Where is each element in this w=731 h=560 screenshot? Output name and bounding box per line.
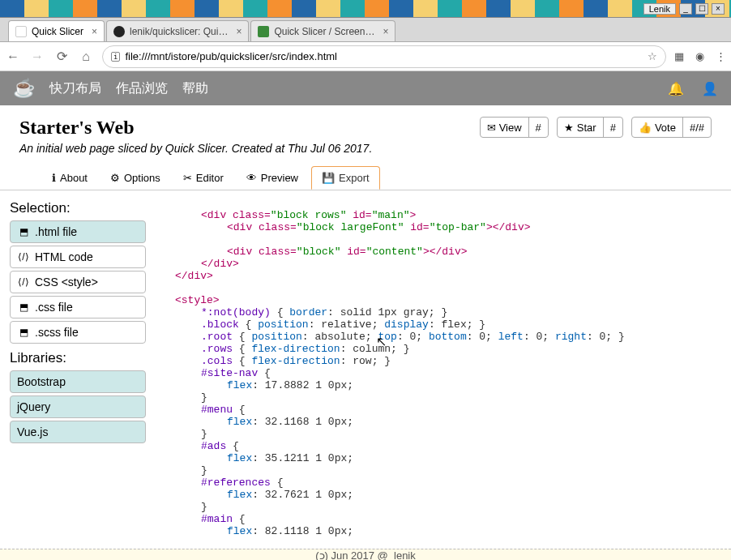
window-minimize-button[interactable]: _ bbox=[679, 3, 692, 15]
forward-button[interactable]: → bbox=[29, 49, 45, 64]
home-button[interactable]: ⌂ bbox=[78, 49, 94, 64]
browser-tabstrip: Quick Slicer × lenik/quickslicer: Qui… ×… bbox=[0, 18, 731, 42]
tab-title: lenik/quickslicer: Qui… bbox=[130, 26, 228, 37]
app-menu: 快刀布局 作品浏览 帮助 bbox=[49, 80, 208, 97]
code-icon: ⟨/⟩ bbox=[17, 276, 30, 288]
export-code-view[interactable]: <div class="block rows" id="main"> <div … bbox=[156, 190, 731, 549]
gear-icon: ⚙ bbox=[110, 172, 120, 184]
back-button[interactable]: ← bbox=[5, 49, 21, 64]
option-html-code[interactable]: ⟨/⟩HTML code bbox=[10, 246, 146, 268]
library-jquery[interactable]: jQuery bbox=[10, 395, 146, 418]
taskbar-app-label: Lenik bbox=[643, 3, 676, 15]
view-badge[interactable]: ✉View # bbox=[480, 117, 549, 138]
github-favicon-icon bbox=[113, 26, 125, 37]
user-profile-icon[interactable]: 👤 bbox=[702, 81, 718, 96]
page-subtitle: An initial web page sliced by Quick Slic… bbox=[19, 142, 372, 155]
css3-icon: ⬒ bbox=[17, 301, 30, 313]
browser-menu-icon[interactable]: ⋮ bbox=[716, 50, 726, 62]
tab-title: Quick Slicer / Screen… bbox=[274, 26, 374, 37]
option-css-style[interactable]: ⟨/⟩CSS <style> bbox=[10, 271, 146, 293]
save-icon: 💾 bbox=[322, 172, 335, 184]
export-sidebar: Selection: ⬒.html file ⟨/⟩HTML code ⟨/⟩C… bbox=[0, 190, 156, 549]
star-badge[interactable]: ★Star # bbox=[557, 117, 623, 138]
window-close-button[interactable]: × bbox=[712, 3, 725, 15]
tab-export[interactable]: 💾Export bbox=[311, 166, 380, 190]
page-title: Starter's Web bbox=[19, 117, 372, 139]
envelope-icon: ✉ bbox=[487, 122, 496, 134]
library-vue[interactable]: Vue.js bbox=[10, 421, 146, 443]
tab-close-icon[interactable]: × bbox=[236, 26, 242, 37]
option-css-file[interactable]: ⬒.css file bbox=[10, 296, 146, 318]
file-scheme-icon: i bbox=[111, 52, 120, 62]
qr-extension-icon[interactable]: ▦ bbox=[674, 50, 684, 62]
bookmark-star-icon[interactable]: ☆ bbox=[648, 50, 657, 62]
menu-help[interactable]: 帮助 bbox=[182, 80, 208, 97]
code-icon: ⟨/⟩ bbox=[17, 251, 30, 263]
info-icon: ℹ bbox=[52, 172, 56, 184]
tab-options[interactable]: ⚙Options bbox=[100, 166, 170, 190]
crop-icon: ✂ bbox=[183, 172, 192, 184]
favicon-icon bbox=[15, 26, 27, 37]
selection-heading: Selection: bbox=[10, 200, 146, 216]
vote-badge[interactable]: 👍Vote #/# bbox=[631, 117, 712, 138]
tab-editor[interactable]: ✂Editor bbox=[173, 166, 233, 190]
sourceforge-favicon-icon bbox=[258, 26, 269, 37]
os-titlebar: Lenik _ ☐ × bbox=[0, 0, 731, 18]
libraries-heading: Libraries: bbox=[10, 350, 146, 366]
tab-about[interactable]: ℹAbout bbox=[42, 166, 97, 190]
tab-title: Quick Slicer bbox=[32, 26, 83, 37]
reload-button[interactable]: ⟳ bbox=[53, 49, 70, 64]
star-icon: ★ bbox=[564, 122, 574, 134]
tab-close-icon[interactable]: × bbox=[383, 26, 388, 37]
menu-works-browse[interactable]: 作品浏览 bbox=[116, 80, 168, 97]
app-navbar: ☕ 快刀布局 作品浏览 帮助 🔔 👤 bbox=[0, 71, 731, 105]
css3-icon: ⬒ bbox=[17, 327, 30, 338]
library-bootstrap[interactable]: Bootstrap bbox=[10, 370, 146, 393]
url-text: file:///mnt/istore/pub/quickslicer/src/i… bbox=[125, 50, 648, 62]
profile-icon[interactable]: ◉ bbox=[695, 50, 704, 62]
tab-close-icon[interactable]: × bbox=[92, 26, 97, 37]
browser-toolbar: ← → ⟳ ⌂ i file:///mnt/istore/pub/quicksl… bbox=[0, 42, 731, 71]
address-bar[interactable]: i file:///mnt/istore/pub/quickslicer/src… bbox=[102, 45, 666, 68]
notifications-bell-icon[interactable]: 🔔 bbox=[668, 81, 684, 96]
app-tabbar: ℹAbout ⚙Options ✂Editor 👁Preview 💾Export bbox=[0, 158, 731, 190]
page-header: Starter's Web An initial web page sliced… bbox=[0, 105, 731, 158]
footer-text: (ɔ) Jun 2017 @_lenik bbox=[0, 549, 731, 560]
html5-icon: ⬒ bbox=[17, 226, 30, 237]
window-maximize-button[interactable]: ☐ bbox=[695, 3, 708, 15]
main-area: Selection: ⬒.html file ⟨/⟩HTML code ⟨/⟩C… bbox=[0, 190, 731, 549]
browser-tab-2[interactable]: lenik/quickslicer: Qui… × bbox=[106, 20, 249, 41]
coffee-logo-icon[interactable]: ☕ bbox=[13, 78, 35, 99]
thumbs-up-icon: 👍 bbox=[639, 122, 652, 134]
menu-quick-layout[interactable]: 快刀布局 bbox=[49, 80, 101, 97]
browser-tab-3[interactable]: Quick Slicer / Screen… × bbox=[250, 20, 395, 41]
option-scss-file[interactable]: ⬒.scss file bbox=[10, 321, 146, 344]
tab-preview[interactable]: 👁Preview bbox=[237, 166, 308, 190]
browser-actions: ▦ ◉ ⋮ bbox=[674, 50, 726, 62]
eye-icon: 👁 bbox=[246, 172, 257, 184]
browser-tab-1[interactable]: Quick Slicer × bbox=[8, 20, 105, 41]
option-html-file[interactable]: ⬒.html file bbox=[10, 220, 146, 243]
